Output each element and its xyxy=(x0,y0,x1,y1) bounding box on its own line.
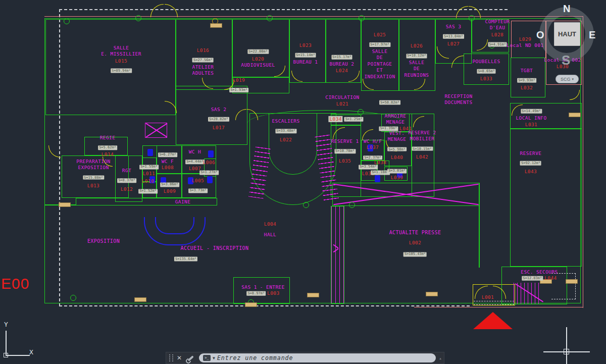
room-label-l024: S=15.17m²BUREAU 2L024 xyxy=(330,50,355,74)
room-label-l028: COMPTEUR D'EAUL028S=4.91m² xyxy=(485,19,510,48)
command-placeholder: Entrez une commande xyxy=(217,354,293,361)
command-bar[interactable]: ✕ >_ ▼ Entrez une commande ▴ xyxy=(166,352,444,364)
command-prompt-icon: >_ xyxy=(203,355,211,361)
room-label-l032: TGBTS=9.93m²L032 xyxy=(517,68,536,91)
column-node xyxy=(267,15,273,21)
room-label-l017: SAS 2S=28.82m²L017 xyxy=(208,107,229,131)
room-label-l034: L034S=1.25m² xyxy=(328,116,363,122)
room-label-l015: SALLE E. MISSILLIERL015S=89.94m² xyxy=(101,45,141,75)
viewcube-north[interactable]: N xyxy=(563,3,570,15)
room-label-l013: PREPARATION EXPOSITIONS=15.88m²L013 xyxy=(76,159,110,189)
room-label-l041: ARMOIRE MENAGE S=1.39m²L041 xyxy=(379,113,412,132)
room-label-l031: S=14.49m²LOCAL INFOL031 xyxy=(516,105,546,128)
wall-tag xyxy=(426,292,438,296)
viewcube-east[interactable]: E xyxy=(589,29,595,41)
room-label-l022: ESCALIERSS=33.48m²L022 xyxy=(272,118,299,143)
command-input[interactable]: >_ ▼ Entrez une commande xyxy=(199,353,436,362)
column-node xyxy=(359,15,365,21)
ramp-band xyxy=(331,206,344,304)
property-line-bottom xyxy=(59,305,470,306)
viewcube-top-face[interactable]: HAUT xyxy=(554,22,580,46)
crosshair-vertical xyxy=(566,327,567,364)
room-label-l003: SAS 1 - ENTREE S=8.97m²L003 xyxy=(241,284,285,297)
fixture-blue xyxy=(207,176,213,183)
fixture-blue xyxy=(208,150,214,158)
command-history-expand-icon[interactable]: ▴ xyxy=(439,355,442,361)
ucs-y-axis xyxy=(6,331,7,356)
room-area-accueil: S=135.64m² xyxy=(174,252,197,263)
room-label-l035: RESERVE 1S=10.78m²L035 xyxy=(331,138,359,164)
room-label-l021: CIRCULATIONL021 xyxy=(325,94,359,108)
wall-tag xyxy=(210,23,222,28)
room-label-l027: SAS 3S=13.04m²L027 xyxy=(443,24,464,47)
column-node xyxy=(358,109,364,115)
wall-tag xyxy=(569,113,581,117)
room-label-l044: ESC. SECOURS S=12.83m²L044 xyxy=(521,269,558,282)
column-node xyxy=(349,202,355,208)
close-icon[interactable]: ✕ xyxy=(177,354,182,361)
site-line-top xyxy=(44,16,583,17)
door-arc xyxy=(150,4,164,17)
wall-tag xyxy=(59,202,71,207)
room-label-l008: S=6.27m²WC FL008 xyxy=(158,148,177,171)
property-line-top xyxy=(59,9,508,10)
room-label-gaine: GAINE xyxy=(175,199,191,205)
room-label-l033: POUBELLESS=8.65m²L033 xyxy=(472,59,500,82)
reception-desk-inner xyxy=(155,217,194,234)
wall-tag xyxy=(134,297,146,302)
ucs-y-label: Y xyxy=(4,321,8,328)
column-node xyxy=(469,15,475,21)
room-label-l026: L026S=18.12m²SALLE DE REUNIONS xyxy=(405,42,429,78)
column-node xyxy=(70,295,76,301)
room-label-accueil: ACCUEIL - INSCRIPTION xyxy=(181,245,249,251)
room-label-exposition: EXPOSITION xyxy=(87,238,120,244)
viewcube-south[interactable]: S xyxy=(562,53,570,68)
drawing-canvas[interactable]: SALLE E. MISSILLIERL015S=89.94m² L016S=2… xyxy=(0,0,606,364)
room-label-l011: S=1.59m²L011 xyxy=(139,160,159,177)
entrance-arrow xyxy=(473,312,513,329)
chevron-down-icon: ▾ xyxy=(572,77,574,81)
room-label-l037: WC H/FL037S=2.37m² xyxy=(363,138,382,161)
fixture-blue xyxy=(147,149,153,156)
room-label-l014: REGIES=5.62m²L014 xyxy=(98,135,117,158)
chevron-down-icon[interactable]: ▼ xyxy=(213,356,215,360)
room-label-l009: S=3.86m²L009 xyxy=(160,178,179,194)
room-label-l004: L004HALL xyxy=(264,221,276,238)
room-label-reception: RECEPTION DOCUMENTS xyxy=(444,93,472,106)
room-label-l023: L023S=15.14m²BUREAU 1 xyxy=(293,42,318,65)
room-label-l020: S=22.00m²L020AUDIOVISUEL xyxy=(241,45,275,68)
wall-gaine xyxy=(76,198,217,205)
room-label-l039: S=3.01m²L039 xyxy=(387,164,407,181)
shaft-crossed-box xyxy=(145,123,167,138)
viewcube-west[interactable]: O xyxy=(536,29,544,41)
room-label-l019: L019S=1.93m² xyxy=(229,77,248,94)
room-label-l002: ACTUALITE PRESSEL002S=105.43m² xyxy=(389,229,441,258)
wrench-icon[interactable] xyxy=(186,354,195,362)
wall-tag xyxy=(307,293,319,297)
level-label: E00 xyxy=(1,275,29,292)
room-label-l042: RESERVE 2 MOBILIERS=10.15m²L042 xyxy=(408,130,436,161)
room-label-l040: VEST. MENAGES=5.90m²L040 xyxy=(387,130,407,161)
ucs-x-label: X xyxy=(29,348,33,356)
site-line-right xyxy=(583,16,583,308)
viewport-control-dropdown[interactable]: SCG ▾ xyxy=(556,75,579,83)
room-label-l012: RGTS=8.37m²L012 xyxy=(117,168,136,192)
wall-tag xyxy=(566,279,578,284)
l001-threshold xyxy=(474,301,514,305)
hatch-band xyxy=(332,183,480,206)
viewport-control-label: SCG xyxy=(561,77,571,82)
room-label-l010: L010S=1.52m² xyxy=(138,178,158,195)
column-node xyxy=(64,18,70,24)
command-bar-grip[interactable] xyxy=(169,354,173,361)
wall-reserve-l043 xyxy=(510,129,582,267)
room-label-l001: L001 xyxy=(482,294,494,300)
column-node xyxy=(135,15,141,21)
room-label-l005: L005S=3.73m² xyxy=(188,178,208,194)
esc-stair-hatch xyxy=(514,283,541,304)
wall-tag xyxy=(245,302,257,307)
room-label-l043: RESERVES=92.12m²L043 xyxy=(520,150,542,175)
ucs-x-axis xyxy=(6,355,30,356)
room-label-l006: L006S=1.27m² xyxy=(199,160,219,176)
site-line-bottom xyxy=(414,307,583,307)
crosshair-pickbox xyxy=(564,349,569,354)
